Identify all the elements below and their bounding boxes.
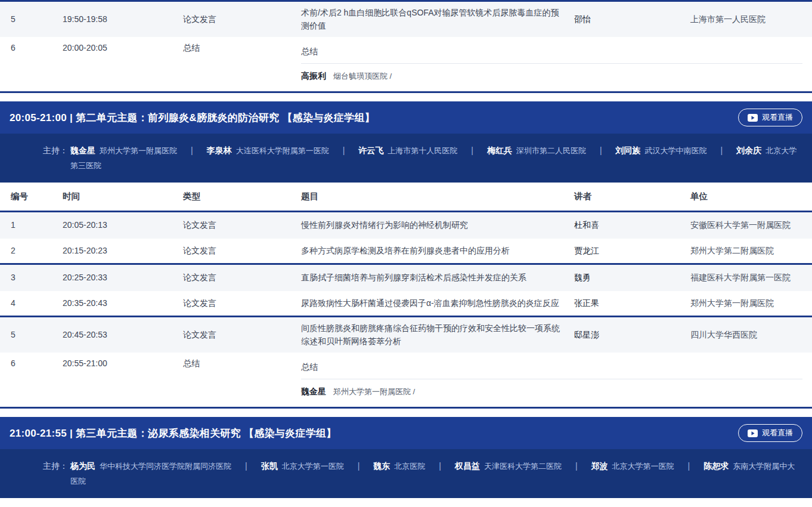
host-item: 许云飞上海市第十人民医院 xyxy=(358,146,457,155)
cell-time: 20:00-20:05 xyxy=(63,37,183,60)
session-header: 21:00-21:55 | 第三单元主题：泌尿系感染相关研究 【感染与炎症学组】… xyxy=(0,417,812,449)
host-name: 刘余庆 xyxy=(736,146,761,155)
host-item: 刘同族武汉大学中南医院 xyxy=(616,146,707,155)
cell-title: 尿路致病性大肠杆菌通过侵袭因子α-溶血素抑制急性膀胱炎的炎症反应 xyxy=(301,292,574,315)
host-name: 郑波 xyxy=(591,461,608,471)
host-name: 张凯 xyxy=(261,461,278,471)
table-row: 4 20:35-20:43 论文发言 尿路致病性大肠杆菌通过侵袭因子α-溶血素抑… xyxy=(0,291,812,317)
host-org: 郑州大学第一附属医院 xyxy=(100,146,177,155)
cell-org: 上海市第一人民医院 xyxy=(690,8,812,31)
cell-type: 论文发言 xyxy=(183,267,301,289)
cell-no: 2 xyxy=(11,240,63,262)
table-row: 5 20:45-20:53 论文发言 间质性膀胱炎和膀胱疼痛综合征药物干预的疗效… xyxy=(0,317,812,353)
cell-type: 论文发言 xyxy=(183,292,301,315)
col-header-type: 类型 xyxy=(183,191,301,202)
summary-org: 烟台毓璜顶医院 / xyxy=(333,72,392,81)
previous-session-table: 5 19:50-19:58 论文发言 术前/术后2 h血白细胞比联合qSOFA对… xyxy=(0,0,812,93)
host-item: 李泉林大连医科大学附属第一医院 xyxy=(207,146,329,155)
cell-type: 总结 xyxy=(183,37,301,60)
cell-no: 1 xyxy=(11,214,63,237)
host-separator: | xyxy=(191,146,193,155)
cell-time: 20:05-20:13 xyxy=(63,214,183,237)
host-name: 魏金星 xyxy=(70,146,95,155)
host-org: 天津医科大学第二医院 xyxy=(484,462,562,471)
cell-no: 6 xyxy=(11,353,63,375)
host-org: 北京大学第一医院 xyxy=(612,462,674,471)
host-separator: | xyxy=(688,461,690,471)
host-separator: | xyxy=(575,461,578,471)
col-header-speaker: 讲者 xyxy=(574,191,690,202)
host-separator: | xyxy=(245,461,247,471)
watch-live-button[interactable]: 观看直播 xyxy=(738,424,802,442)
cell-speaker: 贾龙江 xyxy=(574,240,690,262)
host-separator: | xyxy=(600,146,602,155)
cell-no: 5 xyxy=(11,8,63,31)
summary-speaker: 魏金星 xyxy=(301,387,326,396)
host-item: 魏东北京医院 xyxy=(373,461,425,471)
host-name: 杨为民 xyxy=(70,461,95,471)
session-header: 20:05-21:00 | 第二单元主题：前列腺炎&膀胱炎的防治研究 【感染与炎… xyxy=(0,101,812,134)
host-separator: | xyxy=(439,461,441,471)
cell-no: 4 xyxy=(11,292,63,315)
cell-no: 5 xyxy=(11,324,63,347)
watch-live-label: 观看直播 xyxy=(762,428,793,438)
table-row: 3 20:25-20:33 论文发言 直肠拭子细菌培养与前列腺穿刺活检术后感染性… xyxy=(0,265,812,291)
session-unit-3: 21:00-21:55 | 第三单元主题：泌尿系感染相关研究 【感染与炎症学组】… xyxy=(0,417,812,507)
table-row: 1 20:05-20:13 论文发言 慢性前列腺炎对情绪行为影响的神经机制研究 … xyxy=(0,212,812,239)
host-name: 陈恕求 xyxy=(703,461,729,471)
host-item: 魏金星郑州大学第一附属医院 xyxy=(70,146,177,155)
host-org: 深圳市第二人民医院 xyxy=(516,146,586,155)
host-separator: | xyxy=(721,146,723,155)
hosts-list: 主持：杨为民华中科技大学同济医学院附属同济医院|张凯北京大学第一医院|魏东北京医… xyxy=(43,459,800,489)
cell-title: 术前/术后2 h血白细胞比联合qSOFA对输尿管软镜术后尿脓毒血症的预测价值 xyxy=(301,2,574,37)
cell-title: 多种方式病原学检测及培养在前列腺炎患者中的应用分析 xyxy=(301,240,574,262)
summary-label: 总结 xyxy=(301,361,802,373)
cell-speaker: 邵怡 xyxy=(574,8,690,31)
summary-cell: 总结 高振利 烟台毓璜顶医院 / xyxy=(301,37,812,91)
session-unit-2: 20:05-21:00 | 第二单元主题：前列腺炎&膀胱炎的防治研究 【感染与炎… xyxy=(0,101,812,409)
cell-speaker: 张正果 xyxy=(574,292,690,315)
cell-time: 20:35-20:43 xyxy=(63,292,183,315)
session-title: 21:00-21:55 | 第三单元主题：泌尿系感染相关研究 【感染与炎症学组】 xyxy=(10,426,337,440)
cell-type: 总结 xyxy=(183,353,301,375)
cell-speaker: 魏勇 xyxy=(574,267,690,289)
play-video-icon xyxy=(748,114,758,122)
conference-schedule-page: 5 19:50-19:58 论文发言 术前/术后2 h血白细胞比联合qSOFA对… xyxy=(0,0,812,507)
host-separator: | xyxy=(358,461,360,471)
watch-live-button[interactable]: 观看直播 xyxy=(738,109,802,126)
summary-speaker: 高振利 xyxy=(301,71,326,81)
cell-type: 论文发言 xyxy=(183,8,301,31)
hosts-list: 主持：魏金星郑州大学第一附属医院|李泉林大连医科大学附属第一医院|许云飞上海市第… xyxy=(43,143,800,173)
cell-title: 直肠拭子细菌培养与前列腺穿刺活检术后感染性并发症的关系 xyxy=(301,267,574,289)
host-item: 梅红兵深圳市第二人民医院 xyxy=(487,146,586,155)
col-header-org: 单位 xyxy=(690,191,812,202)
cell-org: 郑州大学第二附属医院 xyxy=(690,240,812,262)
table-header: 编号 时间 类型 题目 讲者 单位 xyxy=(0,498,812,507)
hosts-label: 主持： xyxy=(43,146,68,155)
host-item: 郑波北京大学第一医院 xyxy=(591,461,674,471)
summary-cell: 总结 魏金星 郑州大学第一附属医院 / xyxy=(301,353,812,407)
table-row: 5 19:50-19:58 论文发言 术前/术后2 h血白细胞比联合qSOFA对… xyxy=(0,2,812,37)
host-org: 北京医院 xyxy=(394,462,425,471)
cell-org: 安徽医科大学第一附属医院 xyxy=(690,214,812,237)
table-row: 2 20:15-20:23 论文发言 多种方式病原学检测及培养在前列腺炎患者中的… xyxy=(0,239,812,265)
cell-time: 20:25-20:33 xyxy=(63,267,183,289)
table-row-summary: 6 20:55-21:00 总结 总结 魏金星 郑州大学第一附属医院 / xyxy=(0,353,812,409)
cell-org: 四川大学华西医院 xyxy=(690,324,812,347)
cell-no: 3 xyxy=(11,267,63,289)
host-name: 刘同族 xyxy=(616,146,641,155)
play-video-icon xyxy=(748,429,758,437)
host-name: 权昌益 xyxy=(455,461,480,471)
summary-divider xyxy=(301,379,802,379)
cell-type: 论文发言 xyxy=(183,240,301,262)
cell-speaker: 邸星澎 xyxy=(574,324,690,347)
cell-org: 郑州大学第一附属医院 xyxy=(690,292,812,315)
host-org: 北京大学第一医院 xyxy=(282,462,344,471)
host-org: 上海市第十人民医院 xyxy=(388,146,457,155)
host-org: 华中科技大学同济医学院附属同济医院 xyxy=(100,462,231,471)
session-title: 20:05-21:00 | 第二单元主题：前列腺炎&膀胱炎的防治研究 【感染与炎… xyxy=(10,111,375,125)
host-item: 权昌益天津医科大学第二医院 xyxy=(455,461,562,471)
cell-title: 间质性膀胱炎和膀胱疼痛综合征药物干预的疗效和安全性比较一项系统综述和贝叶斯网络荟… xyxy=(301,317,574,353)
table-row-summary: 6 20:00-20:05 总结 总结 高振利 烟台毓璜顶医院 / xyxy=(0,37,812,91)
host-separator: | xyxy=(343,146,345,155)
